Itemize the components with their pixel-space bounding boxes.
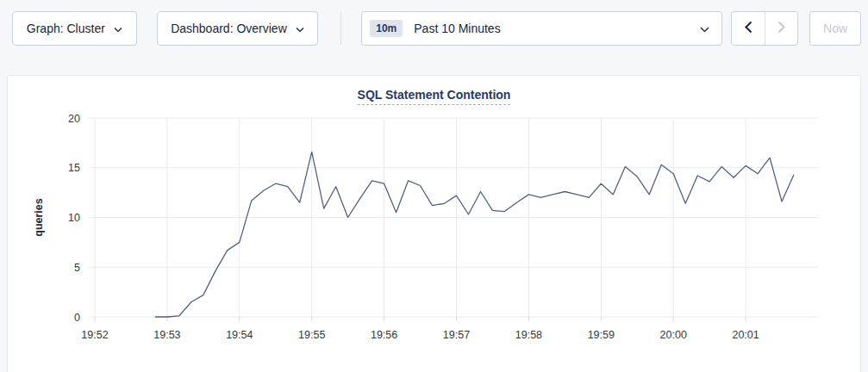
- toolbar: Graph: Cluster Dashboard: Overview 10m P…: [0, 0, 868, 46]
- chevron-right-icon: [777, 21, 786, 37]
- x-tick-label: 19:59: [588, 329, 615, 341]
- now-button-label: Now: [823, 22, 847, 35]
- x-tick-label: 20:01: [732, 329, 759, 341]
- time-range-badge: 10m: [370, 20, 403, 37]
- chevron-left-icon: [744, 21, 753, 37]
- graph-dropdown-label: Graph: Cluster: [27, 22, 105, 35]
- time-back-button[interactable]: [732, 12, 765, 45]
- time-nav-group: [731, 11, 798, 46]
- chart-panel: SQL Statement Contention 0510152019:5219…: [7, 75, 861, 372]
- x-tick-label: 19:53: [153, 329, 180, 341]
- x-tick-label: 19:54: [226, 329, 253, 341]
- toolbar-divider: [340, 12, 341, 45]
- dashboard-dropdown[interactable]: Dashboard: Overview: [157, 11, 319, 46]
- time-range-picker[interactable]: 10m Past 10 Minutes: [361, 11, 722, 46]
- time-forward-button[interactable]: [765, 12, 797, 45]
- now-button[interactable]: Now: [809, 11, 861, 46]
- x-tick-label: 20:00: [660, 329, 687, 341]
- dashboard-dropdown-label: Dashboard: Overview: [171, 22, 287, 35]
- time-range-label: Past 10 Minutes: [414, 22, 700, 35]
- y-tick-label: 10: [68, 212, 80, 224]
- chevron-down-icon: [296, 27, 304, 33]
- x-tick-label: 19:55: [298, 329, 325, 341]
- y-tick-label: 20: [68, 113, 80, 125]
- chevron-down-icon: [700, 26, 709, 33]
- series-line: [155, 152, 794, 317]
- chevron-down-icon: [114, 27, 122, 33]
- y-tick-label: 5: [74, 262, 80, 274]
- x-tick-label: 19:56: [371, 329, 397, 341]
- chart-title-row: SQL Statement Contention: [8, 87, 860, 106]
- graph-dropdown[interactable]: Graph: Cluster: [12, 11, 137, 46]
- y-tick-label: 15: [68, 162, 80, 174]
- x-tick-label: 19:57: [443, 329, 470, 341]
- x-tick-label: 19:52: [81, 329, 108, 341]
- x-tick-label: 19:58: [515, 329, 542, 341]
- contention-chart[interactable]: 0510152019:5219:5319:5419:5519:5619:5719…: [8, 107, 860, 348]
- y-axis-label: queries: [33, 198, 45, 237]
- chart-title[interactable]: SQL Statement Contention: [358, 88, 511, 105]
- y-tick-label: 0: [74, 312, 80, 324]
